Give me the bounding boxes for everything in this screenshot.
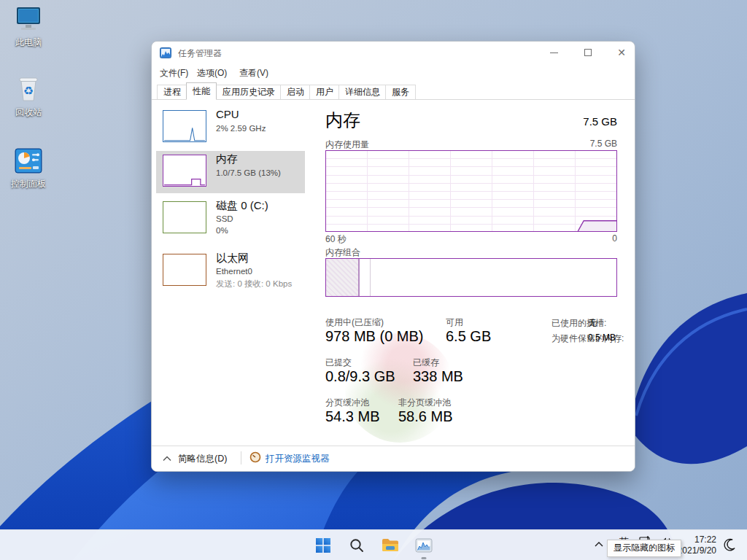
composition-used-segment [326, 259, 360, 296]
stat-nonpaged-pool-label: 非分页缓冲池 [398, 397, 451, 409]
clock-date: 2021/9/20 [678, 545, 716, 556]
graph-axis-left: 60 秒 [325, 233, 347, 246]
taskbar-clock[interactable]: 17:22 2021/9/20 [678, 534, 716, 556]
stat-paged-pool-label: 分页缓冲池 [325, 397, 369, 409]
sidebar-ethernet-throughput: 发送: 0 接收: 0 Kbps [216, 279, 292, 289]
sidebar-disk-type: SSD [216, 214, 233, 223]
stat-available-label: 可用 [446, 316, 463, 329]
svg-text:♻: ♻ [23, 85, 34, 97]
windows-logo-icon [315, 537, 331, 553]
desktop-icon-this-pc[interactable]: 此电脑 [7, 6, 50, 47]
show-hidden-icons-tooltip: 显示隐藏的图标 [607, 540, 681, 557]
close-button[interactable]: ✕ [609, 42, 634, 63]
cpu-sparkline [163, 110, 206, 142]
running-app-indicator [422, 557, 427, 559]
clock-time: 17:22 [678, 534, 716, 545]
search-button[interactable] [347, 536, 366, 555]
task-manager-app-icon [160, 47, 171, 58]
memory-usage-graph-max: 7.5 GB [471, 139, 617, 149]
sidebar-ethernet-adapter: Ethernet0 [216, 267, 252, 276]
sidebar-disk-usage: 0% [216, 226, 228, 235]
watermark-splash [345, 333, 454, 443]
desktop-icon-recycle-bin[interactable]: ♻ 回收站 [7, 73, 50, 117]
stat-committed-value: 0.8/9.3 GB [325, 368, 395, 385]
stat-nonpaged-pool-value: 58.6 MB [398, 408, 452, 425]
memory-composition-bar[interactable] [325, 258, 617, 297]
menu-view[interactable]: 查看(V) [239, 67, 268, 79]
sidebar-cpu-title: CPU [216, 108, 239, 120]
taskbar-center-group [314, 530, 433, 560]
tray-chevron-up-icon[interactable] [594, 540, 604, 548]
stat-cached-value: 338 MB [413, 368, 463, 385]
detail-slots-value: 无 [588, 317, 597, 330]
task-manager-window: 任务管理器 ✕ 文件(F) 选项(O) 查看(V) 进程 性能 应用历史记录 启… [151, 41, 635, 472]
memory-usage-graph[interactable] [325, 150, 617, 232]
tab-bar: 进程 性能 应用历史记录 启动 用户 详细信息 服务 [152, 82, 635, 100]
minimize-icon [550, 52, 558, 53]
open-resource-monitor-link[interactable]: 打开资源监视器 [266, 453, 330, 465]
memory-usage-graph-label: 内存使用量 [325, 139, 369, 151]
sidebar-disk-title: 磁盘 0 (C:) [216, 199, 268, 213]
tab-processes[interactable]: 进程 [157, 85, 187, 100]
tab-users[interactable]: 用户 [309, 85, 339, 100]
composition-modified-divider [370, 259, 371, 296]
memory-composition-label: 内存组合 [325, 246, 360, 259]
tab-app-history[interactable]: 应用历史记录 [216, 85, 281, 100]
sidebar-item-ethernet[interactable]: 以太网 Ethernet0 发送: 0 接收: 0 Kbps [156, 250, 305, 300]
close-icon: ✕ [617, 47, 626, 58]
sidebar-memory-title: 内存 [216, 152, 238, 166]
minimize-button[interactable] [541, 42, 566, 63]
start-button[interactable] [314, 536, 333, 555]
resource-monitor-icon [249, 451, 261, 463]
fewer-details-button[interactable]: 简略信息(D) [178, 453, 227, 465]
title-bar[interactable]: 任务管理器 ✕ [152, 42, 635, 65]
desktop-icon-label: 控制面板 [7, 179, 50, 189]
this-pc-monitor-icon [13, 6, 44, 34]
tab-performance[interactable]: 性能 [186, 82, 217, 100]
desktop-icon-control-panel[interactable]: 控制面板 [7, 147, 50, 189]
footer-separator [241, 451, 241, 464]
sidebar-cpu-stats: 2% 2.59 GHz [216, 124, 266, 133]
memory-panel-title: 内存 [325, 109, 360, 132]
desktop-icon-label: 回收站 [7, 107, 50, 117]
sidebar-ethernet-title: 以太网 [216, 252, 249, 265]
task-manager-taskbar-button[interactable] [414, 536, 433, 555]
task-manager-icon [415, 538, 433, 553]
ethernet-sparkline [163, 254, 206, 286]
tab-details[interactable]: 详细信息 [338, 85, 386, 100]
memory-capacity: 7.5 GB [471, 115, 617, 128]
graph-axis-right: 0 [471, 233, 617, 244]
search-icon [349, 537, 365, 553]
stat-inuse-label: 使用中(已压缩) [325, 316, 384, 329]
tab-services[interactable]: 服务 [385, 85, 416, 100]
window-footer: 简略信息(D) 打开资源监视器 [152, 446, 635, 472]
menu-options[interactable]: 选项(O) [197, 67, 227, 79]
memory-usage-area [326, 151, 616, 231]
stat-inuse-value: 978 MB (0 MB) [325, 328, 423, 345]
control-panel-icon [13, 147, 44, 175]
file-explorer-button[interactable] [381, 536, 400, 555]
stat-cached-label: 已缓存 [413, 357, 439, 369]
maximize-button[interactable] [576, 42, 600, 63]
stat-committed-label: 已提交 [325, 357, 352, 369]
chevron-up-icon [162, 455, 172, 462]
detail-hw-reserved-value: 0.5 MB [588, 332, 616, 343]
desktop-icon-label: 此电脑 [7, 37, 50, 47]
sidebar-item-memory[interactable]: 内存 1.0/7.5 GB (13%) [156, 151, 305, 193]
sidebar-memory-stats: 1.0/7.5 GB (13%) [216, 168, 281, 177]
sidebar-item-cpu[interactable]: CPU 2% 2.59 GHz [156, 106, 305, 149]
file-explorer-icon [382, 538, 399, 553]
stat-available-value: 6.5 GB [446, 328, 491, 345]
tab-startup[interactable]: 启动 [280, 85, 310, 100]
menu-bar: 文件(F) 选项(O) 查看(V) [152, 65, 635, 82]
window-title: 任务管理器 [178, 42, 222, 65]
maximize-icon [584, 49, 592, 56]
disk-sparkline [163, 201, 206, 233]
stat-paged-pool-value: 54.3 MB [325, 408, 379, 425]
sidebar-item-disk[interactable]: 磁盘 0 (C:) SSD 0% [156, 198, 305, 247]
memory-sparkline [163, 155, 206, 187]
focus-assist-moon-icon[interactable] [722, 537, 737, 552]
recycle-bin-icon: ♻ [13, 73, 44, 104]
detail-slots-label: 已使用的插槽: [551, 317, 606, 330]
menu-file[interactable]: 文件(F) [160, 67, 188, 79]
